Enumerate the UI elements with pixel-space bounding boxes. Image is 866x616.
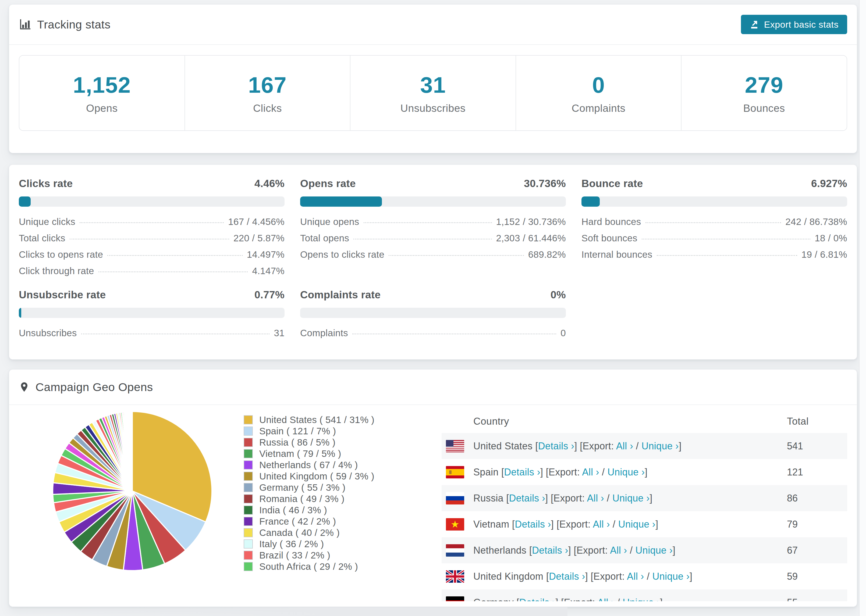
pie-slice-57 [132, 412, 132, 491]
rate-progress-bar [300, 196, 566, 207]
export-unique-link[interactable]: Unique › [612, 493, 650, 504]
detail-label: Internal bounces [581, 249, 652, 260]
dotted-leader [98, 272, 248, 272]
total-cell: 121 [787, 467, 803, 478]
legend-swatch [244, 494, 253, 503]
geo-table-rows: United States [Details ›] [Export: All ›… [442, 433, 847, 601]
detail-value: 31 [274, 328, 285, 338]
detail-label: Soft bounces [581, 233, 638, 244]
table-row-vn: ★Vietnam [Details ›] [Export: All › / Un… [442, 511, 847, 537]
country-cell: United States [Details ›] [Export: All ›… [473, 440, 682, 452]
bracket-text: ] [650, 493, 652, 504]
export-all-link[interactable]: All › [587, 493, 604, 504]
export-unique-link[interactable]: Unique › [608, 467, 645, 478]
dotted-leader [70, 239, 229, 239]
export-unique-link[interactable]: Unique › [618, 519, 655, 530]
detail-value: 167 / 4.456% [228, 216, 285, 227]
rate-value: 0.77% [254, 289, 285, 301]
stat-label: Complaints [572, 102, 625, 114]
dotted-leader [107, 255, 242, 256]
detail-label: Unique opens [300, 216, 359, 227]
star-glyph: ★ [451, 520, 459, 529]
geo-pie-chart [19, 410, 244, 601]
page-title: Tracking stats [37, 18, 110, 31]
export-all-link[interactable]: All › [627, 571, 644, 582]
gb-flag-icon [446, 570, 464, 583]
geo-table-header: Country Total [442, 410, 847, 433]
export-unique-link[interactable]: Unique › [623, 597, 660, 602]
rates-card: Clicks rate4.46%Unique clicks167 / 4.456… [9, 165, 857, 360]
rate-details: Hard bounces242 / 86.738%Soft bounces18 … [581, 216, 847, 260]
rate-detail-row: Click through rate4.147% [19, 266, 285, 276]
rate-title: Unsubscribe rate [19, 289, 106, 301]
rate-value: 6.927% [811, 178, 847, 190]
horizontal-scrollbar-thumb[interactable] [0, 607, 567, 616]
country-name: Russia [473, 493, 504, 504]
bracket-text: ] [655, 519, 658, 530]
legend-swatch [244, 539, 253, 548]
export-all-link[interactable]: All › [593, 519, 610, 530]
legend-label: Spain ( 121 / 7% ) [259, 426, 336, 437]
legend-label: Romania ( 49 / 3% ) [259, 493, 345, 504]
country-cell: Netherlands [Details ›] [Export: All › /… [473, 545, 675, 556]
ru-flag-icon [446, 492, 464, 504]
bracket-text: [ [532, 440, 538, 451]
total-cell: 55 [787, 597, 798, 602]
tracking-stats-header: Tracking stats Export basic stats [9, 5, 857, 45]
legend-swatch [244, 483, 253, 492]
total-cell: 86 [787, 493, 798, 504]
stat-box-bounces: 279Bounces [682, 56, 847, 130]
export-all-link[interactable]: All › [582, 467, 599, 478]
legend-item: Netherlands ( 67 / 4% ) [244, 459, 442, 471]
export-all-link[interactable]: All › [597, 597, 614, 602]
rate-detail-row: Unique opens1,152 / 30.736% [300, 216, 566, 227]
table-row-us: United States [Details ›] [Export: All ›… [442, 433, 847, 459]
stat-label: Opens [86, 102, 118, 114]
total-cell: 59 [787, 571, 798, 582]
export-unique-link[interactable]: Unique › [641, 440, 679, 451]
rate-progress-bar [19, 196, 285, 207]
country-name: United States [473, 440, 532, 451]
details-link[interactable]: Details › [549, 571, 585, 582]
bracket-text: [ [543, 571, 549, 582]
detail-value: 1,152 / 30.736% [496, 216, 566, 227]
legend-swatch [244, 528, 253, 537]
de-flag-icon [446, 596, 464, 602]
table-row-gb: United Kingdom [Details ›] [Export: All … [442, 563, 847, 589]
vertical-scrollbar[interactable] [859, 0, 866, 616]
detail-value: 2,303 / 61.446% [496, 233, 566, 244]
country-name: United Kingdom [473, 571, 543, 582]
legend-label: Italy ( 36 / 2% ) [259, 539, 324, 549]
rate-title: Bounce rate [581, 178, 643, 190]
country-cell: United Kingdom [Details ›] [Export: All … [473, 571, 692, 582]
dotted-leader [657, 255, 797, 256]
details-link[interactable]: Details › [538, 440, 575, 451]
details-link[interactable]: Details › [532, 545, 568, 556]
details-link[interactable]: Details › [519, 597, 556, 602]
detail-label: Unique clicks [19, 216, 75, 227]
export-unique-link[interactable]: Unique › [652, 571, 689, 582]
rate-details: Unique opens1,152 / 30.736%Total opens2,… [300, 216, 566, 260]
slash-text: / [604, 493, 612, 504]
details-link[interactable]: Details › [509, 493, 545, 504]
legend-label: United Kingdom ( 59 / 3% ) [259, 471, 375, 482]
legend-item: Canada ( 40 / 2% ) [244, 527, 442, 538]
detail-value: 19 / 6.81% [801, 249, 847, 260]
rate-section-unsubscribe-rate: Unsubscribe rate0.77%Unsubscribes31 [19, 289, 285, 344]
detail-label: Unsubscribes [19, 328, 77, 338]
bracket-text: ] [Export: [545, 493, 587, 504]
dotted-leader [353, 239, 491, 239]
export-all-link[interactable]: All › [610, 545, 627, 556]
total-cell: 79 [787, 519, 798, 530]
export-unique-link[interactable]: Unique › [636, 545, 672, 556]
legend-label: India ( 46 / 3% ) [259, 505, 327, 515]
export-basic-stats-button[interactable]: Export basic stats [741, 15, 847, 34]
legend-swatch [244, 426, 253, 436]
details-link[interactable]: Details › [504, 467, 540, 478]
detail-value: 4.147% [252, 266, 285, 276]
rates-grid: Clicks rate4.46%Unique clicks167 / 4.456… [9, 165, 857, 344]
stat-value: 0 [592, 72, 605, 98]
details-link[interactable]: Details › [515, 519, 551, 530]
export-all-link[interactable]: All › [616, 440, 633, 451]
country-cell: Russia [Details ›] [Export: All › / Uniq… [473, 493, 652, 504]
